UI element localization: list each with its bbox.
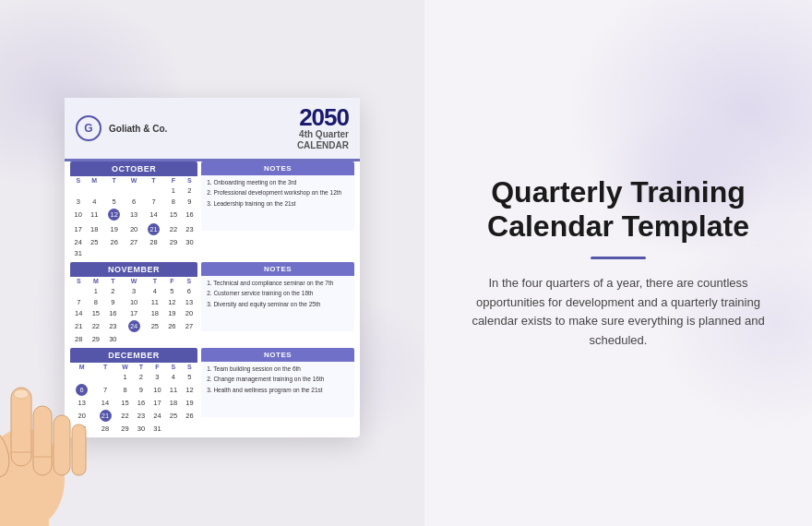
- svg-point-8: [14, 389, 29, 399]
- svg-rect-9: [0, 517, 49, 526]
- november-grid: SMTWTFS 123456 78910111213 1415161718192…: [70, 277, 197, 344]
- december-grid: MTWTFSS 12345 6789101112 13141516171819 …: [70, 363, 197, 434]
- table-row: 12: [70, 185, 197, 196]
- table-row: 20212223242526: [70, 408, 197, 423]
- table-row: 31: [70, 247, 197, 258]
- note-item: 2. Customer service training on the 16th: [207, 290, 349, 297]
- table-row: 14151617181920: [70, 307, 197, 318]
- table-row: 3456789: [70, 196, 197, 207]
- november-notes: NOTES 1. Technical and compliance semina…: [201, 262, 354, 344]
- note-item: 1. Technical and compliance seminar on t…: [207, 280, 349, 287]
- year-block: 2050 4th Quarter CALENDAR: [297, 105, 349, 151]
- october-notes-header: NOTES: [201, 161, 354, 175]
- november-notes-header: NOTES: [201, 262, 354, 276]
- table-row: 12345: [70, 371, 197, 382]
- svg-rect-1: [11, 388, 31, 466]
- november-notes-content: 1. Technical and compliance seminar on t…: [201, 276, 354, 331]
- december-notes-header: NOTES: [201, 348, 354, 362]
- december-calendar: DECEMBER MTWTFSS 12345 6789101112 131415…: [70, 348, 197, 434]
- table-row: 17181920212223: [70, 221, 197, 236]
- october-calendar: OCTOBER SMTWTFS 12 3456789 1011121314151…: [70, 161, 197, 258]
- description: In the four quarters of a year, there ar…: [461, 274, 775, 351]
- company-name: Goliath & Co.: [109, 124, 167, 134]
- november-row: NOVEMBER SMTWTFS 123456 78910111213 1415…: [65, 262, 360, 348]
- november-calendar: NOVEMBER SMTWTFS 123456 78910111213 1415…: [70, 262, 197, 344]
- svg-point-0: [0, 429, 65, 526]
- october-grid: SMTWTFS 12 3456789 10111213141516 171819…: [70, 176, 197, 258]
- december-row: DECEMBER MTWTFSS 12345 6789101112 131415…: [65, 348, 360, 437]
- table-row: 123456: [70, 285, 197, 296]
- document-header: G Goliath & Co. 2050 4th Quarter CALENDA…: [65, 98, 360, 161]
- title-divider: [591, 257, 646, 259]
- quarter-label: 4th Quarter CALENDAR: [297, 129, 349, 151]
- note-item: 3. Health and wellness program on the 21…: [207, 387, 349, 394]
- december-notes-content: 1. Team building session on the 6th 2. C…: [201, 362, 354, 417]
- company-logo: G: [76, 115, 102, 141]
- table-row: 13141516171819: [70, 397, 197, 408]
- right-panel: Quarterly Training Calendar Template In …: [424, 0, 812, 526]
- table-row: 10111213141516: [70, 207, 197, 221]
- october-row: OCTOBER SMTWTFS 12 3456789 1011121314151…: [65, 161, 360, 262]
- october-notes: NOTES 1. Onboarding meeting on the 3rd 2…: [201, 161, 354, 258]
- table-row: 78910111213: [70, 296, 197, 307]
- table-row: 6789101112: [70, 382, 197, 397]
- december-notes: NOTES 1. Team building session on the 6t…: [201, 348, 354, 434]
- note-item: 2. Change management training on the 16t…: [207, 376, 349, 383]
- note-item: 3. Leadership training on the 21st: [207, 200, 349, 208]
- october-notes-content: 1. Onboarding meeting on the 3rd 2. Prof…: [201, 175, 354, 231]
- year-number: 2050: [299, 103, 349, 131]
- svg-point-5: [0, 423, 16, 482]
- calendar-document: G Goliath & Co. 2050 4th Quarter CALENDA…: [65, 98, 360, 437]
- december-header: DECEMBER: [70, 348, 197, 363]
- table-row: 282930: [70, 333, 197, 344]
- note-item: 2. Professional development workshop on …: [207, 189, 349, 197]
- right-content: Quarterly Training Calendar Template In …: [461, 175, 775, 351]
- table-row: 24252627282930: [70, 236, 197, 247]
- table-row: 2728293031: [70, 423, 197, 434]
- note-item: 1. Onboarding meeting on the 3rd: [207, 179, 349, 186]
- note-item: 1. Team building session on the 6th: [207, 365, 349, 373]
- svg-rect-2: [33, 406, 52, 475]
- november-header: NOVEMBER: [70, 262, 197, 277]
- note-item: 3. Diversity and equity seminar on the 2…: [207, 301, 349, 308]
- table-row: 21222324252627: [70, 318, 197, 333]
- main-title: Quarterly Training Calendar Template: [461, 175, 775, 244]
- october-header: OCTOBER: [70, 161, 197, 176]
- left-panel: G Goliath & Co. 2050 4th Quarter CALENDA…: [0, 0, 424, 526]
